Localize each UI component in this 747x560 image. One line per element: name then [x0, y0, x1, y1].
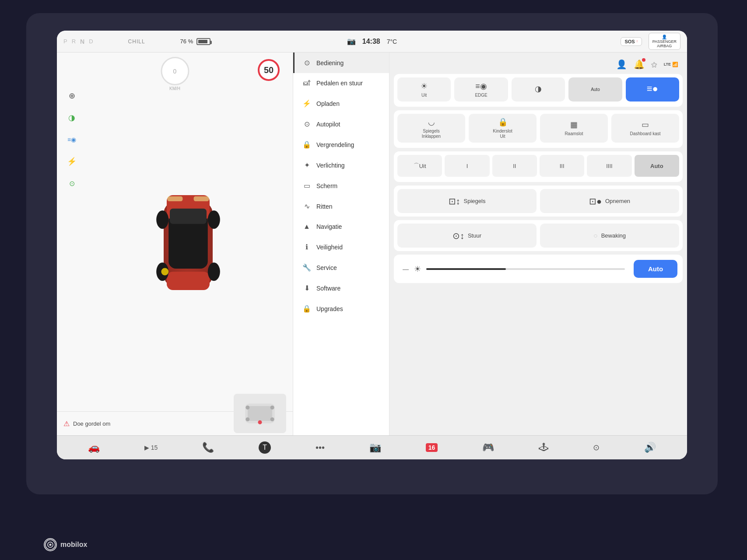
menu-item-vergrendeling[interactable]: 🔒 Vergrendeling — [293, 134, 389, 155]
edge-label: EDGE — [475, 93, 487, 98]
sos-button[interactable]: SOS ↑ — [621, 37, 642, 46]
svg-point-9 — [161, 268, 168, 275]
watermark: mobilox — [44, 538, 87, 551]
menu-item-veiligheid[interactable]: ℹ Veiligheid — [293, 237, 389, 257]
steering-bewaking-section: ⊙↕ Stuur ○ Bewaking — [394, 220, 683, 251]
menu-item-opladen[interactable]: ⚡ Opladen — [293, 93, 389, 114]
wiper-off-button[interactable]: ⌒ Uit — [397, 155, 442, 177]
verlichting-icon: ✦ — [302, 161, 311, 169]
taskbar-phone[interactable]: 📞 — [202, 442, 214, 453]
wiper-row: ⌒ Uit I II III IIII — [397, 155, 679, 177]
car-svg — [149, 183, 228, 305]
svg-rect-4 — [167, 272, 210, 290]
vergrendeling-icon: 🔒 — [302, 140, 311, 149]
airbag-label: PASSENGERAIRBAG — [652, 40, 677, 49]
menu-item-verlichting[interactable]: ✦ Verlichting — [293, 155, 389, 175]
menu-item-service[interactable]: 🔧 Service — [293, 257, 389, 278]
taskbar-media[interactable]: ▶ 15 — [144, 444, 158, 451]
auto-lights-button[interactable]: Auto — [568, 77, 622, 102]
taskbar-extra-icon: ⊙ — [593, 443, 600, 452]
veiligheid-label: Veiligheid — [316, 244, 343, 251]
main-content: ⊙ Bediening 🛋 Pedalen en stuur ⚡ Opladen… — [293, 52, 687, 435]
menu-item-bediening[interactable]: ⊙ Bediening — [293, 52, 389, 73]
autopilot-label: Autopilot — [316, 121, 340, 128]
wiper-off-icon: ⌒ — [414, 162, 419, 170]
menu-item-autopilot[interactable]: ⊙ Autopilot — [293, 114, 389, 134]
taskbar-volume[interactable]: 🔊 — [644, 442, 656, 453]
lighting-section: ☀ Uit ≡◉ EDGE ◑ Auto — [394, 74, 683, 107]
lights-off-label: Uit — [421, 93, 427, 98]
menu-item-software[interactable]: ⬇ Software — [293, 278, 389, 298]
taskbar-tesla-app[interactable]: T — [259, 441, 271, 454]
stuur-button[interactable]: ⊙↕ Stuur — [397, 224, 537, 248]
low-beam-button[interactable]: ◑ — [512, 77, 565, 102]
lights-off-button[interactable]: ☀ Uit — [397, 77, 451, 102]
vergrendeling-label: Vergrendeling — [316, 141, 354, 148]
taskbar-more[interactable]: ••• — [316, 443, 325, 453]
mirrors-adjust-icon: ⊡↕ — [449, 196, 460, 206]
svg-point-18 — [258, 420, 262, 424]
notification-icon[interactable]: 🔔 — [634, 59, 645, 70]
edge-lights-button[interactable]: ≡◉ EDGE — [454, 77, 508, 102]
airbag-icon: 👤 — [662, 35, 667, 39]
watermark-logo — [44, 538, 57, 551]
bewaking-button[interactable]: ○ Bewaking — [540, 224, 679, 248]
mirrors-fold-icon: ◡ — [428, 117, 435, 127]
brightness-slider-track[interactable] — [426, 268, 625, 270]
bluetooth-icon[interactable]: ⚝ — [651, 61, 657, 68]
menu-item-scherm[interactable]: ▭ Scherm — [293, 175, 389, 196]
traction-icon[interactable]: ⚡ — [63, 153, 80, 170]
charge-icon[interactable]: ⊙ — [63, 175, 80, 192]
taskbar-calendar[interactable]: 16 — [426, 443, 438, 452]
scherm-icon: ▭ — [302, 182, 311, 190]
hazard-icon[interactable]: ⊕ — [63, 88, 80, 104]
mirrors-record-row: ⊡↕ Spiegels ⊡● Opnemen — [397, 189, 679, 213]
speedometer-area: 0 KM/H — [161, 57, 189, 91]
taskbar-car[interactable]: 🚗 — [88, 442, 100, 453]
wiper-2-label: II — [513, 163, 516, 169]
spiegels-adjust-button[interactable]: ⊡↕ Spiegels — [397, 189, 537, 213]
wiper-4-button[interactable]: IIII — [587, 155, 631, 177]
menu-item-upgrades[interactable]: 🔒 Upgrades — [293, 298, 389, 319]
taskbar-extra[interactable]: ⊙ — [593, 443, 600, 452]
brightness-row: — ☀ Auto — [397, 258, 679, 280]
kinderslot-button[interactable]: 🔒 KinderslotUit — [469, 114, 537, 143]
left-icons-panel: ⊕ ◑ ≡◉ ⚡ ⊙ — [63, 88, 80, 192]
lights-icon[interactable]: ◑ — [63, 109, 80, 126]
service-icon: 🔧 — [302, 263, 311, 272]
menu-item-ritten[interactable]: ∿ Ritten — [293, 196, 389, 217]
auto-brightness-button[interactable]: Auto — [634, 260, 677, 278]
high-beam-button[interactable]: ≡● — [626, 77, 679, 102]
svg-rect-3 — [170, 208, 207, 224]
pedalen-label: Pedalen en stuur — [316, 80, 363, 87]
thumbnail-car-svg — [240, 398, 280, 429]
autopilot-icon: ⊙ — [302, 120, 311, 128]
taskbar-media-icon: ▶ 15 — [144, 444, 158, 451]
brightness-slider-fill — [426, 268, 506, 270]
notification-badge — [642, 58, 645, 62]
upgrades-label: Upgrades — [316, 305, 343, 312]
wiper-3-button[interactable]: III — [540, 155, 584, 177]
edge-lights-icon[interactable]: ≡◉ — [63, 131, 80, 148]
ritten-icon: ∿ — [302, 202, 311, 210]
sun-icon: ☀ — [421, 81, 428, 91]
menu-item-navigatie[interactable]: ▲ Navigatie — [293, 217, 389, 237]
wiper-auto-button[interactable]: Auto — [635, 155, 679, 177]
menu-item-pedalen[interactable]: 🛋 Pedalen en stuur — [293, 73, 389, 93]
wiper-1-button[interactable]: I — [445, 155, 489, 177]
taskbar-camera-app[interactable]: 📷 — [369, 442, 381, 453]
raamslot-button[interactable]: ▦ Raamslot — [540, 114, 608, 143]
wiper-2-button[interactable]: II — [492, 155, 537, 177]
spiegels-inklappen-button[interactable]: ◡ SpiegelsInklappen — [397, 114, 465, 143]
user-icon[interactable]: 👤 — [616, 59, 627, 70]
taskbar-games[interactable]: 🎮 — [482, 442, 494, 453]
sos-label: SOS — [624, 39, 635, 44]
steering-bewaking-row: ⊙↕ Stuur ○ Bewaking — [397, 224, 679, 248]
taskbar-phone-icon: 📞 — [202, 442, 214, 453]
taskbar-joystick[interactable]: 🕹 — [539, 442, 548, 453]
navigatie-label: Navigatie — [316, 223, 342, 230]
svg-point-15 — [270, 406, 274, 410]
dashboard-kast-button[interactable]: ▭ Dashboard kast — [611, 114, 679, 143]
top-right-area: SOS ↑ 👤 PASSENGERAIRBAG — [621, 33, 680, 50]
opnemen-button[interactable]: ⊡● Opnemen — [540, 189, 679, 213]
